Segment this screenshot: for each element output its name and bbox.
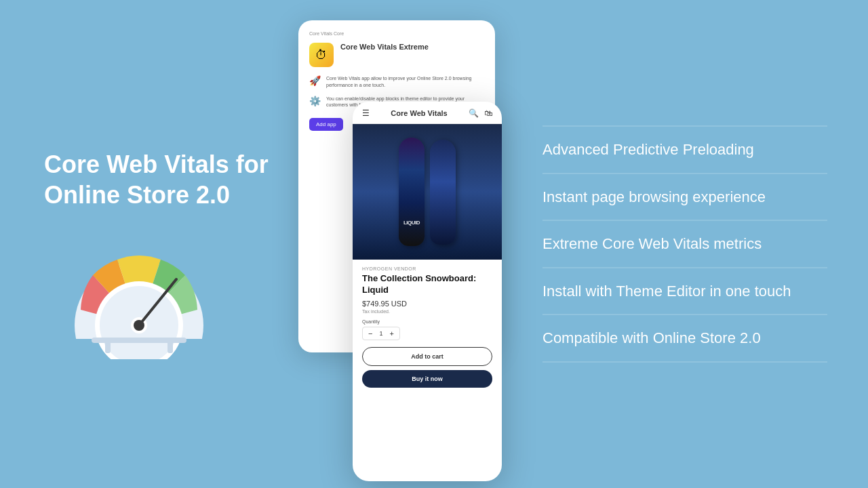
hamburger-icon[interactable]: ☰ xyxy=(362,108,370,118)
phones-container: Core Vitals Core ⏱ Core Web Vitals Extre… xyxy=(298,7,542,481)
vendor-label: HYDROGEN VENDOR xyxy=(362,266,492,271)
desc-text-1: Core Web Vitals app allow to improve you… xyxy=(326,75,484,89)
svg-rect-9 xyxy=(167,341,173,353)
store-nav-title: Core Web Vitals xyxy=(391,109,447,117)
app-icon: ⏱ xyxy=(309,43,334,67)
product-name: The Collection Snowboard: Liquid xyxy=(362,273,492,296)
quantity-decrease-button[interactable]: − xyxy=(368,329,372,338)
add-app-button[interactable]: Add app xyxy=(309,118,343,131)
quantity-control: − 1 + xyxy=(362,327,400,340)
search-icon[interactable]: 🔍 xyxy=(469,108,479,118)
buy-now-button[interactable]: Buy it now xyxy=(362,370,492,388)
product-image-area xyxy=(353,124,502,260)
main-title: Core Web Vitals for Online Store 2.0 xyxy=(44,149,275,210)
feature-item-5: Compatible with Online Store 2.0 xyxy=(542,315,827,363)
feature-item-3: Extreme Core Web Vitals metrics xyxy=(542,221,827,268)
speedometer-icon xyxy=(64,251,214,359)
tax-note: Tax included. xyxy=(362,309,492,314)
quantity-value: 1 xyxy=(379,330,382,337)
phone-front: ☰ Core Web Vitals 🔍 🛍 HYDROGEN VENDOR Th… xyxy=(353,102,502,481)
app-card-title: Core Web Vitals Extreme xyxy=(340,43,429,51)
svg-rect-8 xyxy=(105,341,111,353)
snowboard-1 xyxy=(399,138,425,246)
quantity-increase-button[interactable]: + xyxy=(389,329,393,338)
quantity-label: Quantity xyxy=(362,319,492,324)
rocket-icon: 🚀 xyxy=(309,75,321,89)
back-phone-top-bar: Core Vitals Core xyxy=(309,31,484,36)
settings-icon: ⚙️ xyxy=(309,96,321,109)
snowboard-wrap xyxy=(399,138,456,246)
features-section: Advanced Predictive Preloading Instant p… xyxy=(542,126,827,363)
gauge-container xyxy=(64,251,200,339)
feature-item-2: Instant page browsing experience xyxy=(542,174,827,221)
desc-block-1: 🚀 Core Web Vitals app allow to improve y… xyxy=(309,75,484,89)
left-section: Core Web Vitals for Online Store 2.0 xyxy=(44,149,275,339)
feature-item-4: Install with Theme Editor in one touch xyxy=(542,268,827,315)
store-nav-icons: 🔍 🛍 xyxy=(469,108,492,118)
app-card: ⏱ Core Web Vitals Extreme xyxy=(309,43,484,67)
snowboard-2 xyxy=(430,140,456,245)
product-price: $749.95 USD xyxy=(362,300,492,308)
add-to-cart-button[interactable]: Add to cart xyxy=(362,347,492,366)
store-nav: ☰ Core Web Vitals 🔍 🛍 xyxy=(353,102,502,124)
svg-point-6 xyxy=(134,320,144,331)
cart-icon[interactable]: 🛍 xyxy=(484,108,492,118)
feature-item-1: Advanced Predictive Preloading xyxy=(542,126,827,174)
product-info: HYDROGEN VENDOR The Collection Snowboard… xyxy=(353,260,502,394)
